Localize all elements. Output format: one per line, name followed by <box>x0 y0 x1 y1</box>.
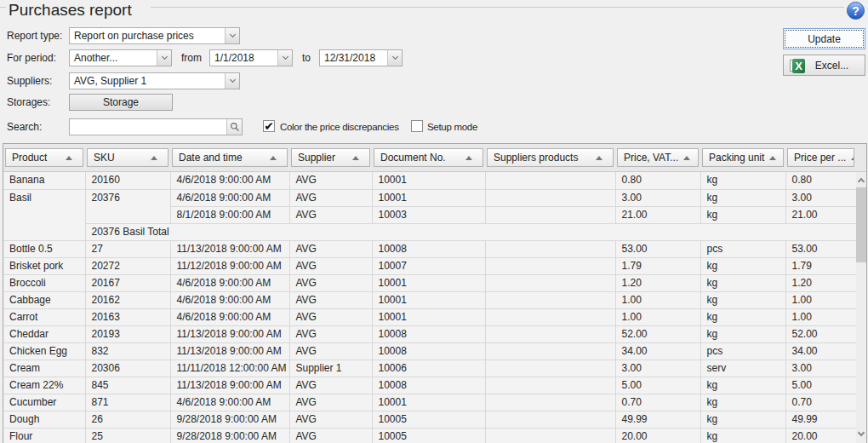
from-label: from <box>181 49 202 66</box>
column-header-price-per[interactable]: Price per ... <box>785 144 856 171</box>
setup-mode-checkbox[interactable]: ✔ <box>411 120 423 132</box>
column-header-label: Suppliers products <box>494 152 578 164</box>
table-row[interactable]: Basil203764/6/2018 9:00:00 AMAVG100013.0… <box>3 189 856 206</box>
table-cell: 10001 <box>372 291 485 308</box>
table-row[interactable]: Cabbage201624/6/2018 9:00:00 AMAVG100011… <box>3 291 856 308</box>
column-header-product[interactable]: Product <box>3 144 85 171</box>
table-cell <box>485 428 615 443</box>
report-type-select[interactable]: Report on purchase prices <box>69 27 240 44</box>
excel-button[interactable]: X Excel... <box>783 55 865 76</box>
chevron-down-icon[interactable] <box>225 28 239 43</box>
storage-button[interactable]: Storage <box>69 94 173 111</box>
table-cell: AVG <box>289 394 372 411</box>
report-type-label: Report type: <box>7 27 62 44</box>
table-row[interactable]: Dough269/28/2018 9:00:00 AMAVG1000549.99… <box>3 411 856 428</box>
table-cell: 0.80 <box>785 172 856 189</box>
table-cell: 1.79 <box>615 257 700 274</box>
update-button[interactable]: Update <box>783 28 865 49</box>
subtotal-row[interactable]: 20376 Basil Total <box>3 223 856 240</box>
table-cell: Basil <box>3 189 85 240</box>
period-label: For period: <box>7 49 56 66</box>
vertical-scrollbar[interactable] <box>856 172 866 443</box>
date-from-input[interactable]: 1/1/2018 <box>209 49 293 66</box>
table-cell <box>485 411 615 428</box>
groupbox-border <box>151 7 844 8</box>
column-header-price-vat[interactable]: Price, VAT... <box>615 144 700 171</box>
scrollbar-thumb[interactable] <box>856 187 866 262</box>
table-cell: 10001 <box>372 189 485 206</box>
table-row[interactable]: Banana201604/6/2018 9:00:00 AMAVG100010.… <box>3 172 856 189</box>
table-cell: 11/13/2018 9:00:00 AM <box>170 342 289 360</box>
sort-asc-icon <box>151 156 157 160</box>
scroll-up-icon[interactable] <box>856 172 866 187</box>
excel-icon: X <box>790 59 805 73</box>
table-cell: kg <box>700 172 785 189</box>
chevron-down-icon[interactable] <box>387 50 402 66</box>
table-cell: 10007 <box>372 257 485 274</box>
table-row[interactable]: Cheddar2019311/13/2018 9:00:00 AMAVG1000… <box>3 325 856 342</box>
scroll-down-icon[interactable] <box>856 427 866 441</box>
table-cell: 11/13/2018 9:00:00 AM <box>170 240 289 257</box>
column-header-document-no[interactable]: Document No. <box>372 144 485 171</box>
table-cell: AVG <box>289 240 372 257</box>
sort-asc-icon <box>596 156 602 160</box>
table-cell: 20163 <box>85 308 170 325</box>
table-row[interactable]: Chicken Egg83211/13/2018 9:00:00 AMAVG10… <box>3 342 856 360</box>
sort-asc-icon <box>270 156 277 160</box>
date-to-input[interactable]: 12/31/2018 <box>319 49 403 66</box>
table-row[interactable]: Brisket pork2027211/12/2018 9:00:00 AMAV… <box>3 257 856 274</box>
table-cell: 20376 <box>85 189 170 223</box>
table-cell: Dough <box>3 411 85 428</box>
table-row[interactable]: Cucumber8714/6/2018 9:00:00 AMAVG100010.… <box>3 394 856 411</box>
table-cell: Supplier 1 <box>289 360 372 377</box>
search-input[interactable] <box>69 118 243 135</box>
table-cell: 10006 <box>372 360 485 377</box>
chevron-down-icon[interactable] <box>277 50 292 66</box>
table-cell: 871 <box>85 394 170 411</box>
table-row[interactable]: Cream2030611/11/2018 12:00:00 AMSupplier… <box>3 360 856 377</box>
table-row[interactable]: Cream 22%84511/13/2018 9:00:00 AMAVG1000… <box>3 377 856 394</box>
table-cell: 3.00 <box>615 360 700 377</box>
column-header-suppliers-products[interactable]: Suppliers products <box>485 144 615 171</box>
column-header-date-and-time[interactable]: Date and time <box>170 144 289 171</box>
table-row[interactable]: Broccoli201674/6/2018 9:00:00 AMAVG10001… <box>3 274 856 291</box>
table-cell: kg <box>700 189 785 206</box>
table-cell: kg <box>700 394 785 411</box>
table-cell: 10008 <box>372 325 485 342</box>
table-cell: 9/28/2018 9:00:00 AM <box>170 428 289 443</box>
period-select[interactable]: Another... <box>69 49 172 66</box>
search-icon[interactable] <box>226 119 242 135</box>
table-cell: 20272 <box>85 257 170 274</box>
table-cell: 27 <box>85 240 170 257</box>
table-cell: kg <box>700 206 785 223</box>
table-cell: 49.99 <box>615 411 700 428</box>
table-cell: Chicken Egg <box>3 342 85 360</box>
table-cell: kg <box>700 257 785 274</box>
table-cell <box>485 206 615 223</box>
column-header-sku[interactable]: SKU <box>85 144 170 171</box>
help-icon[interactable]: ? <box>847 2 865 20</box>
color-discrepancies-checkbox[interactable]: ✔ <box>263 120 275 132</box>
table-cell <box>485 240 615 257</box>
column-header-supplier[interactable]: Supplier <box>289 144 372 171</box>
chevron-down-icon[interactable] <box>225 73 239 89</box>
table-cell: 1.00 <box>615 291 700 308</box>
table-cell: 52.00 <box>785 325 856 342</box>
chevron-down-icon[interactable] <box>157 50 171 66</box>
table-row[interactable]: Bottle 0.52711/13/2018 9:00:00 AMAVG1000… <box>3 240 856 257</box>
table-cell <box>485 308 615 325</box>
search-label: Search: <box>7 118 42 135</box>
suppliers-select[interactable]: AVG, Supplier 1 <box>69 72 240 89</box>
table-cell: pcs <box>700 240 785 257</box>
table-cell: 26 <box>85 411 170 428</box>
table-cell: AVG <box>289 325 372 342</box>
table-cell: 10001 <box>372 394 485 411</box>
table-body: Banana201604/6/2018 9:00:00 AMAVG100010.… <box>3 172 857 443</box>
table-row[interactable]: Carrot201634/6/2018 9:00:00 AMAVG100011.… <box>3 308 856 325</box>
table-row[interactable]: Flour259/28/2018 9:00:00 AMAVG1000520.00… <box>3 428 856 443</box>
column-header-packing-unit[interactable]: Packing unit <box>700 144 785 171</box>
table-cell: Brisket pork <box>3 257 85 274</box>
table-cell: AVG <box>289 342 372 360</box>
table-cell: Flour <box>3 428 85 443</box>
table-cell: 832 <box>85 342 170 360</box>
